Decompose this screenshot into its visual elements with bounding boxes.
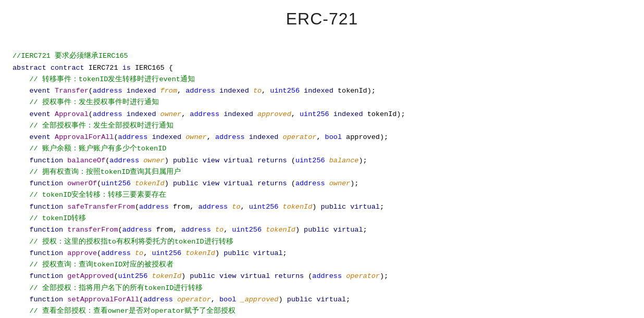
line-comment-transfer2: // tokenID转移 (13, 213, 631, 224)
line-comment-setapproval: // 全部授权：指将用户名下的所有tokenID进行转移 (13, 283, 631, 294)
line-comment-ownerof: // 拥有权查询：按照tokenID查询其归属用户 (13, 167, 631, 178)
line-event-transfer: event Transfer(address indexed from, add… (13, 85, 631, 97)
line-func-getapproved: function getApproved(uint256 tokenId) pu… (13, 271, 631, 282)
line-comment-approve: // 授权：这里的授权指to有权利将委托方的tokenID进行转移 (13, 236, 631, 248)
line-comment-approval: // 授权事件：发生授权事件时进行通知 (13, 97, 631, 108)
line-func-safetransferfrom: function safeTransferFrom(address from, … (13, 201, 631, 213)
line-func-transferfrom: function transferFrom(address from, addr… (13, 224, 631, 236)
code-block: //IERC721 要求必须继承IERC165 abstract contrac… (0, 35, 644, 318)
line-comment-getapproved: // 授权查询：查询tokenID对应的被授权者 (13, 259, 631, 271)
line-event-approval: event Approval(address indexed owner, ad… (13, 109, 631, 120)
page-title: ERC-721 (0, 0, 644, 35)
line-comment-isapproved: // 查看全部授权：查看owner是否对operator赋予了全部授权 (13, 306, 631, 317)
line-event-approvalforall: event ApprovalForAll(address indexed own… (13, 132, 631, 143)
line-empty-1 (13, 39, 631, 50)
line-comment-balance: // 账户余额：账户账户有多少个tokenID (13, 143, 631, 155)
line-func-setapprovalforall: function setApprovalForAll(address opera… (13, 294, 631, 306)
line-func-ownerof: function ownerOf(uint256 tokenId) public… (13, 178, 631, 189)
line-comment-approvalforall: // 全部授权事件：发生全部授权时进行通知 (13, 120, 631, 132)
line-comment-transfer: // 转移事件：tokenID发生转移时进行event通知 (13, 74, 631, 85)
line-func-approve: function approve(address to, uint256 tok… (13, 248, 631, 259)
line-comment-ierc: //IERC721 要求必须继承IERC165 (13, 50, 631, 62)
line-abstract: abstract contract IERC721 is IERC165 { (13, 62, 631, 74)
line-comment-safetransfer: // tokenID安全转移：转移三要素要存在 (13, 189, 631, 201)
line-func-balanceof: function balanceOf(address owner) public… (13, 155, 631, 167)
